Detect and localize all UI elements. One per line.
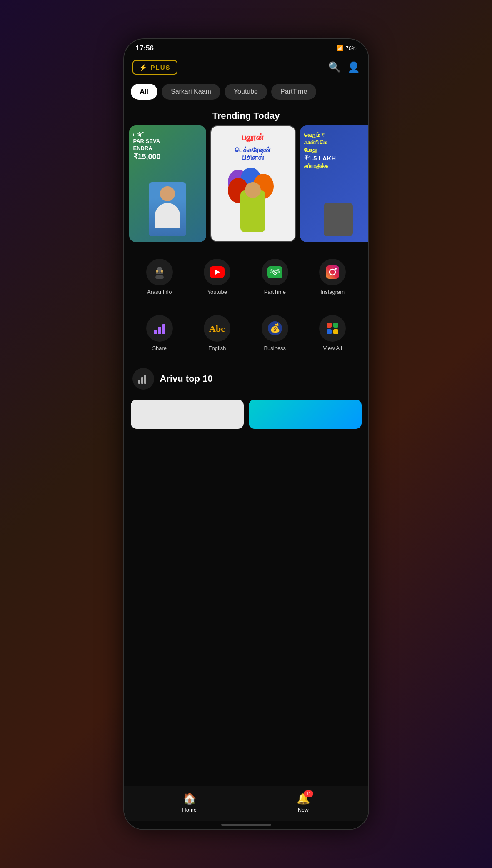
svg-rect-21	[333, 323, 338, 328]
trending-title: Trending Today	[124, 105, 368, 125]
nav-home[interactable]: 🏠 Home	[182, 792, 197, 813]
trending-card-2[interactable]: பலூன் டெக்கரேஷன்பிசினஸ்	[210, 125, 296, 242]
tab-youtube[interactable]: Youtube	[225, 84, 267, 100]
category-youtube[interactable]: Youtube	[188, 253, 246, 301]
svg-rect-11	[326, 265, 339, 279]
arasu-info-icon	[146, 259, 173, 285]
view-all-icon	[319, 315, 346, 342]
svg-rect-23	[333, 329, 338, 334]
card1-person	[149, 182, 186, 236]
svg-text:$: $	[277, 268, 280, 274]
plus-badge[interactable]: ⚡ PLUS	[132, 60, 177, 75]
spacer	[124, 435, 368, 786]
profile-icon[interactable]: 👤	[347, 61, 360, 73]
arivu-section[interactable]: Arivu top 10	[124, 361, 368, 396]
nav-new[interactable]: 🔔 11 New	[297, 792, 310, 813]
instagram-icon	[319, 259, 346, 285]
tab-parttime[interactable]: PartTime	[271, 84, 316, 100]
category-view-all[interactable]: View All	[304, 309, 362, 357]
network-icon: 📶	[337, 45, 343, 51]
arivu-icon	[132, 368, 154, 390]
tabs-container: All Sarkari Kaam Youtube PartTime	[124, 80, 368, 105]
header: ⚡ PLUS 🔍 👤	[124, 56, 368, 80]
battery-icon: 76%	[345, 45, 356, 51]
svg-text:$: $	[270, 268, 273, 274]
bottom-cards-preview	[124, 396, 368, 435]
card3-device	[324, 203, 353, 236]
youtube-icon-circle	[204, 259, 230, 285]
svg-rect-26	[144, 375, 146, 384]
arasu-info-label: Arasu Info	[147, 289, 172, 295]
card1-text: டார்ட்PAR SEVAENDRA₹15,000	[133, 131, 202, 162]
new-nav-label: New	[298, 807, 309, 813]
business-icon: 💰	[262, 315, 288, 342]
category-english[interactable]: Abc English	[188, 309, 246, 357]
card3-text: வெறும் ₹காஸ்பி மெபோது ₹1.5 LAKH சம்பாதிக…	[304, 131, 368, 170]
search-icon[interactable]: 🔍	[328, 61, 341, 73]
tab-all[interactable]: All	[131, 84, 157, 100]
youtube-label: Youtube	[207, 289, 227, 295]
category-parttime[interactable]: $ $ $ PartTime	[246, 253, 304, 301]
card2-title-blue: டெக்கரேஷன்பிசினஸ்	[215, 146, 291, 161]
english-icon: Abc	[204, 315, 230, 342]
home-nav-icon: 🏠	[183, 792, 196, 805]
svg-point-1	[155, 275, 164, 279]
svg-rect-15	[158, 327, 161, 334]
header-icons: 🔍 👤	[328, 61, 360, 73]
share-label: Share	[152, 345, 167, 351]
home-indicator	[221, 824, 271, 826]
view-all-label: View All	[323, 345, 342, 351]
bottom-nav: 🏠 Home 🔔 11 New	[124, 786, 368, 821]
share-icon	[146, 315, 173, 342]
status-time: 17:56	[136, 44, 154, 53]
svg-rect-20	[327, 323, 332, 328]
instagram-label: Instagram	[320, 289, 345, 295]
home-nav-label: Home	[182, 807, 197, 813]
plus-label: PLUS	[151, 64, 171, 71]
svg-rect-4	[156, 273, 163, 274]
svg-rect-24	[138, 380, 140, 384]
svg-rect-14	[154, 330, 157, 334]
trending-card-1[interactable]: டார்ட்PAR SEVAENDRA₹15,000	[129, 125, 206, 242]
man-figure	[240, 190, 265, 232]
category-share[interactable]: Share	[131, 309, 189, 357]
card2-title-red: பலூன்	[215, 132, 291, 142]
bottom-card-white[interactable]	[131, 400, 244, 429]
svg-text:$: $	[273, 269, 277, 276]
svg-rect-22	[327, 329, 332, 334]
trending-carousel: டார்ட்PAR SEVAENDRA₹15,000 பலூன் டெக்கரே…	[124, 125, 368, 249]
new-badge: 11	[304, 790, 313, 797]
svg-rect-16	[162, 324, 165, 334]
svg-text:Abc: Abc	[209, 323, 225, 334]
parttime-icon: $ $ $	[262, 259, 288, 285]
status-icons: 📶 76%	[337, 45, 356, 51]
category-arasu-info[interactable]: Arasu Info	[131, 253, 189, 301]
section-title-trending: Trending Today	[124, 105, 368, 125]
card2-balloons	[215, 165, 291, 232]
bottom-card-cyan[interactable]	[249, 400, 362, 429]
english-label: English	[208, 345, 226, 351]
parttime-label: PartTime	[264, 289, 286, 295]
category-grid-row2: Share Abc English 💰 Business	[124, 305, 368, 361]
category-instagram[interactable]: Instagram	[304, 253, 362, 301]
trending-card-3[interactable]: வெறும் ₹காஸ்பி மெபோது ₹1.5 LAKH சம்பாதிக…	[300, 125, 368, 242]
svg-point-2	[156, 270, 158, 273]
svg-text:💰: 💰	[270, 323, 280, 333]
svg-point-13	[335, 268, 337, 270]
bolt-icon: ⚡	[139, 63, 148, 71]
business-label: Business	[264, 345, 286, 351]
category-grid-row1: Arasu Info Youtube $ $ $	[124, 249, 368, 305]
arivu-title: Arivu top 10	[160, 373, 213, 384]
svg-point-3	[161, 270, 163, 273]
svg-rect-25	[141, 377, 143, 384]
status-bar: 17:56 📶 76%	[124, 39, 368, 56]
category-business[interactable]: 💰 Business	[246, 309, 304, 357]
tab-sarkari[interactable]: Sarkari Kaam	[162, 84, 220, 100]
